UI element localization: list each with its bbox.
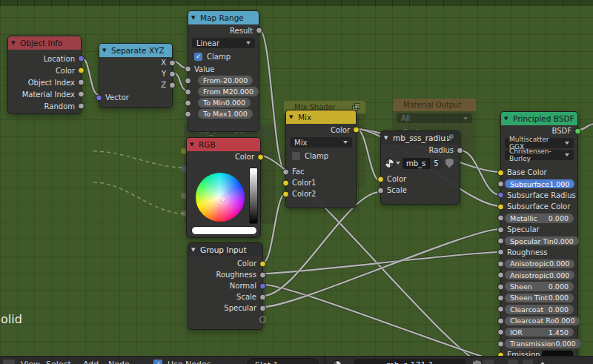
object-info-header[interactable]: ▼ Object Info bbox=[8, 36, 81, 50]
clearcoat-roughness-slider[interactable]: Clearcoat Ro0.000 bbox=[505, 317, 580, 326]
to-min-field[interactable]: To Min0.000 bbox=[198, 98, 251, 107]
socket-location[interactable] bbox=[78, 56, 85, 62]
socket-specular-tint[interactable] bbox=[497, 238, 504, 245]
socket-vector[interactable] bbox=[96, 94, 102, 101]
socket-base-color[interactable] bbox=[497, 169, 504, 176]
clamp-checkbox[interactable]: ✓ bbox=[194, 53, 202, 61]
socket-subsurface[interactable] bbox=[497, 181, 504, 188]
menu-add[interactable]: Add bbox=[83, 360, 99, 364]
socket-from-min[interactable] bbox=[185, 77, 191, 84]
new-datablock-icon[interactable] bbox=[523, 360, 533, 364]
to-max-field[interactable]: To Max1.000 bbox=[198, 109, 253, 119]
from-min-field[interactable]: From-20.000 bbox=[198, 76, 253, 85]
specular-tint-slider[interactable]: Specular Tin0.000 bbox=[505, 236, 579, 246]
socket-anisotropic[interactable] bbox=[497, 260, 504, 267]
socket-color[interactable] bbox=[78, 67, 85, 74]
use-nodes-checkbox[interactable]: ✓ bbox=[153, 360, 162, 364]
socket-color2[interactable] bbox=[282, 191, 289, 197]
socket-subsurface-color[interactable] bbox=[497, 203, 504, 210]
unlink-icon[interactable] bbox=[483, 360, 494, 364]
node-separate-xyz[interactable]: ▼ Separate XYZ X Y Z Vector bbox=[99, 43, 173, 108]
node-rgb[interactable]: ▼ RGB Color bbox=[186, 137, 261, 238]
anisotropic-rotation-slider[interactable]: Anisotropic0.000 bbox=[505, 271, 574, 280]
collapse-triangle-icon[interactable]: ▼ bbox=[102, 44, 106, 57]
socket-specular[interactable] bbox=[497, 226, 504, 233]
socket-virtual[interactable] bbox=[259, 317, 266, 323]
subsurface-method-dropdown[interactable]: Christensen-Burley bbox=[505, 150, 574, 160]
color-wheel-cursor[interactable] bbox=[221, 196, 225, 201]
color-wheel[interactable] bbox=[196, 173, 245, 222]
socket-subsurface-radius[interactable] bbox=[497, 192, 504, 199]
from-max-field[interactable]: From M20.000 bbox=[198, 87, 259, 96]
socket-transmission[interactable] bbox=[497, 340, 504, 347]
menu-select[interactable]: Select bbox=[46, 360, 71, 364]
socket-scale-in[interactable] bbox=[377, 187, 384, 193]
node-mb-sss-radius[interactable]: ▼ mb_sss_radius Radius mb_s 5 Color Scal… bbox=[380, 130, 460, 205]
metallic-slider[interactable]: Metallic0.000 bbox=[505, 214, 574, 223]
principled-header[interactable]: ▼ Principled BSDF bbox=[501, 112, 577, 125]
group-input-header[interactable]: ▼ Group Input bbox=[188, 243, 262, 257]
socket-clearcoat[interactable] bbox=[497, 306, 504, 313]
slot-selector[interactable]: Slot 1 bbox=[247, 358, 319, 364]
socket-object-index[interactable] bbox=[78, 79, 85, 86]
socket-gi-specular[interactable] bbox=[259, 305, 266, 311]
collapse-triangle-icon[interactable]: ▼ bbox=[190, 138, 193, 151]
node-group-selector[interactable]: mb_s 5 bbox=[385, 157, 456, 169]
socket-bsdf[interactable] bbox=[574, 128, 581, 134]
separate-xyz-header[interactable]: ▼ Separate XYZ bbox=[99, 44, 172, 57]
material-sphere-icon[interactable] bbox=[332, 360, 342, 364]
node-editor-canvas[interactable]: mb_s 597 Roughness 0.100 Normal Mix Shad… bbox=[0, 0, 593, 364]
clearcoat-slider[interactable]: Clearcoat0.000 bbox=[505, 305, 574, 314]
socket-metallic[interactable] bbox=[497, 215, 504, 222]
socket-material-index[interactable] bbox=[78, 91, 85, 98]
collapse-triangle-icon[interactable]: ▼ bbox=[289, 110, 293, 124]
collapse-triangle-icon[interactable]: ▼ bbox=[504, 112, 508, 125]
subsurface-slider[interactable]: Subsurface1.000 bbox=[505, 179, 574, 189]
socket-gi-scale[interactable] bbox=[259, 294, 266, 300]
node-group-input[interactable]: ▼ Group Input Color Roughness Normal Sca… bbox=[188, 242, 263, 330]
blend-mode-dropdown[interactable]: Mix bbox=[290, 137, 352, 148]
socket-color[interactable] bbox=[257, 153, 264, 160]
socket-roughness[interactable] bbox=[497, 249, 504, 256]
users-count[interactable]: 5 bbox=[429, 158, 442, 169]
socket-color1[interactable] bbox=[282, 179, 289, 186]
sheen-slider[interactable]: Sheen0.000 bbox=[505, 282, 574, 291]
material-name-field[interactable]: mb_s 171.1 bbox=[354, 359, 466, 364]
socket-anisotropic-rotation[interactable] bbox=[497, 272, 504, 279]
clamp-checkbox[interactable] bbox=[292, 152, 300, 160]
datablock-sphere-icon[interactable] bbox=[385, 159, 394, 168]
socket-clearcoat-roughness[interactable] bbox=[497, 317, 504, 324]
home-icon[interactable] bbox=[508, 360, 518, 364]
socket-ior[interactable] bbox=[497, 329, 504, 336]
socket-sheen[interactable] bbox=[497, 283, 504, 290]
fake-user-shield-icon[interactable] bbox=[445, 159, 454, 168]
socket-radius[interactable] bbox=[457, 147, 463, 153]
socket-from-max[interactable] bbox=[185, 88, 191, 95]
transmission-slider[interactable]: Transmission0.000 bbox=[505, 339, 581, 348]
mix-header[interactable]: ▼ Mix bbox=[286, 110, 356, 124]
socket-gi-normal[interactable] bbox=[259, 282, 266, 289]
socket-to-max[interactable] bbox=[185, 110, 191, 117]
interpolation-dropdown[interactable]: Linear bbox=[192, 38, 255, 48]
node-principled-bsdf[interactable]: ▼ Principled BSDF BSDF Multiscatter GGX … bbox=[500, 111, 578, 364]
value-slider-knob[interactable] bbox=[251, 170, 256, 174]
map-range-header[interactable]: ▼ Map Range bbox=[188, 11, 259, 24]
collapse-triangle-icon[interactable]: ▼ bbox=[11, 36, 15, 50]
socket-z[interactable] bbox=[169, 82, 176, 88]
group-name-field[interactable]: mb_s bbox=[402, 158, 429, 169]
socket-sheen-tint[interactable] bbox=[497, 294, 504, 301]
collapse-triangle-icon[interactable]: ▼ bbox=[191, 243, 195, 257]
distribution-dropdown[interactable]: Multiscatter GGX bbox=[505, 138, 574, 148]
socket-to-min[interactable] bbox=[185, 99, 191, 106]
socket-gi-color[interactable] bbox=[259, 260, 266, 267]
socket-random[interactable] bbox=[78, 103, 85, 110]
mb-sss-radius-header[interactable]: ▼ mb_sss_radius bbox=[381, 131, 460, 145]
node-mix[interactable]: ▼ Mix Color Mix Clamp Fac Color1 Color2 bbox=[285, 110, 357, 208]
collapse-triangle-icon[interactable]: ▼ bbox=[384, 131, 388, 145]
socket-color-in[interactable] bbox=[377, 176, 384, 182]
socket-color-out[interactable] bbox=[353, 127, 360, 133]
fake-user-shield-icon[interactable] bbox=[473, 360, 481, 364]
value-slider[interactable] bbox=[249, 168, 258, 224]
editor-type-icon[interactable] bbox=[3, 360, 15, 364]
socket-value[interactable] bbox=[185, 66, 191, 73]
